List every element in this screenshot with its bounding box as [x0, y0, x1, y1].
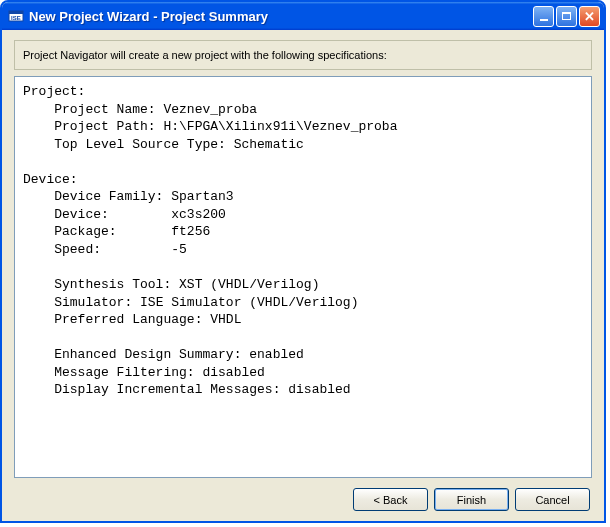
device-value: xc3s200 — [171, 207, 226, 222]
close-icon: ✕ — [584, 10, 595, 23]
back-button[interactable]: < Back — [353, 488, 428, 511]
speed-value: -5 — [171, 242, 187, 257]
project-name-value: Veznev_proba — [163, 102, 257, 117]
back-button-label: < Back — [374, 494, 408, 506]
project-heading: Project: — [23, 84, 85, 99]
eds-label: Enhanced Design Summary: — [23, 347, 249, 362]
device-family-label: Device Family: — [23, 189, 171, 204]
dim-label: Display Incremental Messages: — [23, 382, 288, 397]
top-level-value: Schematic — [234, 137, 304, 152]
sim-value: ISE Simulator (VHDL/Verilog) — [140, 295, 358, 310]
mf-label: Message Filtering: — [23, 365, 202, 380]
minimize-button[interactable] — [533, 6, 554, 27]
lang-label: Preferred Language: — [23, 312, 210, 327]
mf-value: disabled — [202, 365, 264, 380]
sim-label: Simulator: — [23, 295, 140, 310]
speed-label: Speed: — [23, 242, 171, 257]
package-value: ft256 — [171, 224, 210, 239]
cancel-button-label: Cancel — [535, 494, 569, 506]
titlebar: ISE New Project Wizard - Project Summary… — [2, 2, 604, 30]
intro-text: Project Navigator will create a new proj… — [23, 49, 387, 61]
svg-rect-1 — [9, 11, 23, 14]
project-path-value: H:\FPGA\Xilinx91i\Veznev_proba — [163, 119, 397, 134]
svg-text:ISE: ISE — [11, 15, 21, 21]
dialog-window: ISE New Project Wizard - Project Summary… — [0, 0, 606, 523]
window-buttons: ✕ — [533, 6, 600, 27]
project-name-label: Project Name: — [23, 102, 163, 117]
device-label: Device: — [23, 207, 171, 222]
close-button[interactable]: ✕ — [579, 6, 600, 27]
package-label: Package: — [23, 224, 171, 239]
window-title: New Project Wizard - Project Summary — [29, 9, 533, 24]
synth-value: XST (VHDL/Verilog) — [179, 277, 319, 292]
button-row: < Back Finish Cancel — [14, 488, 592, 511]
project-path-label: Project Path: — [23, 119, 163, 134]
top-level-label: Top Level Source Type: — [23, 137, 234, 152]
finish-button-label: Finish — [457, 494, 486, 506]
synth-label: Synthesis Tool: — [23, 277, 179, 292]
finish-button[interactable]: Finish — [434, 488, 509, 511]
summary-panel: Project: Project Name: Veznev_proba Proj… — [14, 76, 592, 478]
maximize-button[interactable] — [556, 6, 577, 27]
client-area: Project Navigator will create a new proj… — [2, 30, 604, 521]
eds-value: enabled — [249, 347, 304, 362]
device-heading: Device: — [23, 172, 78, 187]
app-icon: ISE — [8, 8, 24, 24]
device-family-value: Spartan3 — [171, 189, 233, 204]
cancel-button[interactable]: Cancel — [515, 488, 590, 511]
dim-value: disabled — [288, 382, 350, 397]
intro-panel: Project Navigator will create a new proj… — [14, 40, 592, 70]
lang-value: VHDL — [210, 312, 241, 327]
